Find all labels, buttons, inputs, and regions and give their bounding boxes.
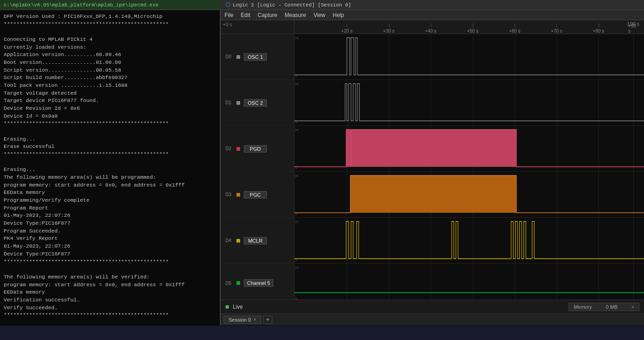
session-tab-0[interactable]: Session 0 × xyxy=(224,316,261,324)
waveform-path-osc2 xyxy=(294,84,644,121)
channels-area[interactable]: D0OSC 1HLD1OSC 2HLD2PGDHLD3PGCHLD4MCLRHL… xyxy=(221,34,644,300)
session-tab-label: Session 0 xyxy=(229,317,251,323)
waveform-path-osc1 xyxy=(294,38,644,75)
channel-name-box-osc2[interactable]: OSC 2 xyxy=(244,99,267,107)
terminal-line: Verification successful. xyxy=(4,296,216,304)
terminal-line: Erase successful xyxy=(4,143,216,151)
terminal-line: ****************************************… xyxy=(4,258,216,266)
channel-name-box-ch5[interactable]: Channel 5 xyxy=(244,279,273,287)
menu-item-view[interactable]: View xyxy=(313,12,325,18)
channel-label-osc1: D0OSC 1 xyxy=(221,34,294,79)
terminal-line: The following memory area(s) will be ver… xyxy=(4,273,216,281)
channel-num-osc1: D0 xyxy=(225,54,233,59)
terminal-line: ****************************************… xyxy=(4,151,216,159)
ruler-tick: +40 s xyxy=(425,28,437,34)
terminal-line: Application version..........00.09.46 xyxy=(4,51,216,59)
title-bar: c:\mplabx\v6.05\mplab_platform\mplab_ipe… xyxy=(0,0,644,10)
channel-num-pgd: D2 xyxy=(225,146,233,151)
session-tab-add-button[interactable]: + xyxy=(263,316,272,324)
channel-color-dot-pgd xyxy=(236,147,240,151)
channel-waveform-osc2: HL xyxy=(294,80,644,125)
terminal-line: program memory: start address = 0x0, end… xyxy=(4,281,216,289)
ruler-tick: +50 s xyxy=(467,28,478,34)
channel-name-box-osc1[interactable]: OSC 1 xyxy=(244,53,267,61)
terminal-line: Script build number..........abbfe90327 xyxy=(4,74,216,82)
ruler-label-area: +0 s xyxy=(221,21,294,34)
channel-color-dot-pgc xyxy=(236,193,240,197)
terminal-line xyxy=(4,319,216,325)
terminal-panel: DFP Version Used : PIC16Fxxx_DFP,1.4.149… xyxy=(0,10,221,325)
terminal-line: ****************************************… xyxy=(4,312,216,319)
channel-waveform-pgc: HL xyxy=(294,172,644,217)
menu-item-measure[interactable]: Measure xyxy=(285,12,306,18)
menu-item-edit[interactable]: Edit xyxy=(241,12,250,18)
menu-item-capture[interactable]: Capture xyxy=(258,12,277,18)
terminal-line xyxy=(4,159,216,166)
live-label: Live xyxy=(233,304,243,310)
terminal-line: 01-May-2023, 22:07:26 xyxy=(4,212,216,220)
menu-item-file[interactable]: File xyxy=(224,12,233,18)
terminal-line: Device Type:PIC16F877 xyxy=(4,220,216,227)
channel-label-pgd: D2PGD xyxy=(221,126,294,171)
ruler-ticks: +20 s+30 s+40 s+50 s+60 s+70 s+80 s+90 s xyxy=(294,21,644,34)
memory-close-button[interactable]: × xyxy=(632,304,634,310)
terminal-line: Connecting to MPLAB PICkit 4 xyxy=(4,36,216,44)
terminal-line: Script version...............00.05.58 xyxy=(4,67,216,74)
terminal-line: Currently loaded versions: xyxy=(4,44,216,51)
logic-title: ⬡ Logic 2 [Logic - Connected] [Session 0… xyxy=(221,1,356,8)
channel-name-box-mclr[interactable]: MCLR xyxy=(244,237,267,244)
ruler-tick: +80 s xyxy=(593,28,604,34)
channel-num-osc2: D1 xyxy=(225,100,233,105)
memory-badge: Memory 0 MB × xyxy=(569,303,639,311)
channel-color-dot-osc1 xyxy=(236,55,240,59)
channel-row-osc1: D0OSC 1HL xyxy=(221,34,644,80)
memory-value: 0 MB xyxy=(606,304,618,310)
terminal-line: Target device PIC16F877 found. xyxy=(4,97,216,105)
terminal-line: EEData memory xyxy=(4,189,216,197)
waveform-svg-pgc xyxy=(294,172,644,217)
terminal-line xyxy=(4,28,216,36)
terminal-line xyxy=(4,128,216,136)
terminal-line: ****************************************… xyxy=(4,21,216,28)
channel-name-box-pgd[interactable]: PGD xyxy=(244,145,267,153)
terminal-line xyxy=(4,266,216,273)
session-tabs: Session 0 × + xyxy=(221,313,644,325)
channel-color-dot-ch5 xyxy=(236,281,240,285)
channel-color-dot-mclr xyxy=(236,239,240,243)
channel-name-box-pgc[interactable]: PGC xyxy=(244,191,267,198)
bottom-bar: Live Memory 0 MB × xyxy=(221,300,644,313)
channel-waveform-pgd: HL xyxy=(294,126,644,171)
terminal-line: Erasing... xyxy=(4,166,216,174)
terminal-line: Program Report xyxy=(4,204,216,212)
channel-row-ch5: D5Channel 5HL xyxy=(221,264,644,300)
main-container: DFP Version Used : PIC16Fxxx_DFP,1.4.149… xyxy=(0,10,644,325)
memory-label: Memory xyxy=(574,304,592,310)
waveform-svg-osc2 xyxy=(294,80,644,125)
channel-num-mclr: D4 xyxy=(225,238,233,243)
logic-panel: FileEditCaptureMeasureViewHelp +0 s +20 … xyxy=(221,10,644,325)
taskbar xyxy=(0,325,644,340)
terminal-line: Tool pack version ............1.15.1688 xyxy=(4,82,216,90)
logic-icon: ⬡ xyxy=(225,1,230,8)
live-indicator-dot xyxy=(225,305,229,309)
ruler-tick: +60 s xyxy=(509,28,520,34)
logic-menubar: FileEditCaptureMeasureViewHelp xyxy=(221,10,644,20)
timeline-ruler: +0 s +20 s+30 s+40 s+50 s+60 s+70 s+80 s… xyxy=(221,20,644,34)
terminal-line: EEData memory xyxy=(4,289,216,296)
terminal-line: PK4 Verify Report xyxy=(4,235,216,243)
logic-title-label: Logic 2 [Logic - Connected] [Session 0] xyxy=(233,2,351,8)
channel-row-mclr: D4MCLRHL xyxy=(221,218,644,264)
channel-waveform-mclr: HL xyxy=(294,218,644,263)
menu-item-help[interactable]: Help xyxy=(333,12,344,18)
ruler-tick: +70 s xyxy=(551,28,563,34)
channel-row-pgd: D2PGDHL xyxy=(221,126,644,172)
waveform-rect-pgd xyxy=(346,130,516,167)
terminal-line: Verify Succeeded. xyxy=(4,304,216,312)
terminal-line: DFP Version Used : PIC16Fxxx_DFP,1.4.149… xyxy=(4,13,216,21)
session-tab-close[interactable]: × xyxy=(253,317,256,322)
terminal-line: Programming/Verify complete xyxy=(4,197,216,204)
waveform-svg-mclr xyxy=(294,218,644,263)
terminal-line: Erasing... xyxy=(4,136,216,143)
channel-label-ch5: D5Channel 5 xyxy=(221,264,294,300)
waveform-svg-pgd xyxy=(294,126,644,171)
